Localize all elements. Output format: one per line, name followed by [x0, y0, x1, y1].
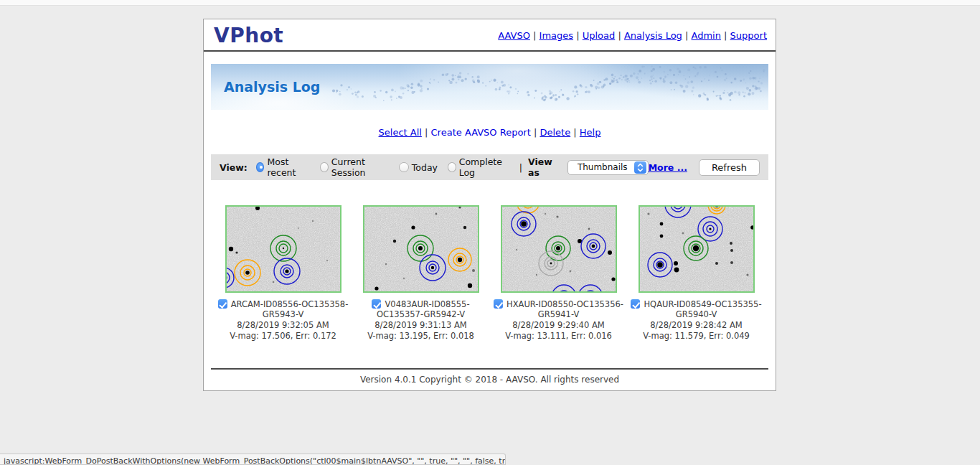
nav-link-analysis-log[interactable]: Analysis Log — [624, 30, 682, 41]
thumbnail-row: ARCAM-ID08556-OC135358-GR5943-V8/28/2019… — [204, 205, 776, 341]
thumbnail-checkbox[interactable] — [218, 299, 227, 309]
nav-separator: | — [573, 30, 583, 41]
thumbnail-image-2[interactable] — [363, 205, 479, 293]
footer-text: Version 4.0.1 Copyright © 2018 - AAVSO. … — [204, 375, 776, 385]
thumbnail-timestamp: 8/28/2019 9:28:42 AM — [628, 320, 765, 330]
thumbnail-name-line: ARCAM-ID08556-OC135358-GR5943-V — [215, 299, 352, 319]
browser-status-bubble: javascript:WebForm_DoPostBackWithOptions… — [0, 454, 506, 465]
thumbnail-name[interactable]: ARCAM-ID08556-OC135358-GR5943-V — [231, 299, 349, 319]
thumbnail-cell-4: HQAUR-ID08549-OC135355-GR5940-V8/28/2019… — [628, 205, 765, 341]
thumbnail-timestamp: 8/28/2019 9:32:05 AM — [215, 320, 352, 330]
thumbnail-caption: V0483AUR-ID08555-OC135357-GR5942-V8/28/2… — [352, 299, 490, 341]
view-option-today[interactable]: Today — [399, 162, 438, 173]
nav-link-admin[interactable]: Admin — [692, 30, 721, 41]
header-divider — [204, 50, 776, 52]
thumbnail-name-line: HQAUR-ID08549-OC135355-GR5940-V — [628, 299, 765, 319]
thumbnail-photometry: V-mag: 13.111, Err: 0.016 — [490, 331, 628, 341]
nav-separator: | — [615, 30, 624, 41]
view-option-complete-log[interactable]: Complete Log — [448, 156, 509, 178]
radio-button-icon[interactable] — [448, 162, 456, 172]
footer-divider — [211, 368, 768, 370]
action-separator: | — [531, 127, 540, 138]
thumbnail-checkbox[interactable] — [494, 299, 503, 309]
nav-link-support[interactable]: Support — [730, 30, 767, 41]
banner-stardust-decoration — [211, 64, 768, 110]
nav-separator: | — [682, 30, 692, 41]
thumbnail-photometry: V-mag: 13.195, Err: 0.018 — [352, 331, 490, 341]
nav-separator: | — [721, 30, 730, 41]
action-separator: | — [422, 127, 431, 138]
thumbnail-cell-2: V0483AUR-ID08555-OC135357-GR5942-V8/28/2… — [352, 205, 490, 341]
view-as-select[interactable]: Thumbnails — [567, 160, 649, 175]
view-as-value: Thumbnails — [568, 162, 634, 172]
thumbnail-cell-3: HXAUR-ID08550-OC135356-GR5941-V8/28/2019… — [490, 205, 628, 341]
thumbnail-caption: HQAUR-ID08549-OC135355-GR5940-V8/28/2019… — [628, 299, 765, 341]
view-option-current-session[interactable]: Current Session — [320, 156, 389, 178]
thumbnail-name-line: V0483AUR-ID08555-OC135357-GR5942-V — [352, 299, 490, 319]
nav-separator: | — [530, 30, 540, 41]
select-stepper-icon — [634, 161, 646, 174]
thumbnail-checkbox[interactable] — [372, 299, 381, 309]
app-logo: VPhot — [214, 24, 283, 47]
more-link[interactable]: More ... — [649, 162, 687, 173]
radio-button-icon[interactable] — [256, 162, 265, 172]
action-link-create-aavso-report[interactable]: Create AAVSO Report — [431, 127, 531, 138]
toolbar-separator: | — [519, 162, 522, 173]
thumbnail-name[interactable]: V0483AUR-ID08555-OC135357-GR5942-V — [377, 299, 470, 319]
thumbnail-name[interactable]: HXAUR-ID08550-OC135356-GR5941-V — [507, 299, 623, 319]
action-link-select-all[interactable]: Select All — [379, 127, 422, 138]
header: VPhot AAVSO | Images | Upload | Analysis… — [204, 19, 776, 50]
thumbnail-caption: HXAUR-ID08550-OC135356-GR5941-V8/28/2019… — [490, 299, 628, 341]
thumbnail-cell-1: ARCAM-ID08556-OC135358-GR5943-V8/28/2019… — [215, 205, 352, 341]
toolbar-right-group: More ... Refresh — [649, 159, 760, 176]
thumbnail-name[interactable]: HQAUR-ID08549-OC135355-GR5940-V — [644, 299, 761, 319]
action-link-delete[interactable]: Delete — [540, 127, 570, 138]
radio-button-icon[interactable] — [399, 162, 409, 172]
thumbnail-photometry: V-mag: 11.579, Err: 0.049 — [628, 331, 765, 341]
thumbnail-image-4[interactable] — [639, 205, 755, 293]
action-separator: | — [570, 127, 580, 138]
page-banner: Analysis Log — [211, 64, 768, 110]
view-option-label: Most recent — [267, 156, 310, 178]
view-as-label: View as — [528, 156, 562, 178]
vphot-page: VPhot AAVSO | Images | Upload | Analysis… — [203, 19, 776, 391]
thumbnail-caption: ARCAM-ID08556-OC135358-GR5943-V8/28/2019… — [215, 299, 352, 341]
thumbnail-timestamp: 8/28/2019 9:31:13 AM — [352, 320, 490, 330]
view-label: View: — [220, 162, 248, 173]
view-option-label: Current Session — [331, 156, 389, 178]
view-option-label: Today — [412, 162, 438, 173]
view-option-most-recent[interactable]: Most recent — [256, 156, 310, 178]
view-options-group: View: Most recentCurrent SessionTodayCom… — [220, 156, 649, 178]
header-nav: AAVSO | Images | Upload | Analysis Log |… — [498, 30, 767, 41]
window-chrome-strip — [0, 0, 980, 6]
refresh-button[interactable]: Refresh — [699, 159, 760, 176]
thumbnail-timestamp: 8/28/2019 9:29:40 AM — [490, 320, 628, 330]
nav-link-upload[interactable]: Upload — [583, 30, 616, 41]
radio-button-icon[interactable] — [320, 162, 329, 172]
nav-link-aavso[interactable]: AAVSO — [498, 30, 530, 41]
thumbnail-image-1[interactable] — [225, 205, 341, 293]
view-radio-group: Most recentCurrent SessionTodayComplete … — [256, 156, 519, 178]
view-option-label: Complete Log — [459, 156, 509, 178]
thumbnail-photometry: V-mag: 17.506, Err: 0.172 — [215, 331, 352, 341]
view-toolbar: View: Most recentCurrent SessionTodayCom… — [211, 154, 768, 180]
action-link-help[interactable]: Help — [580, 127, 601, 138]
thumbnail-name-line: HXAUR-ID08550-OC135356-GR5941-V — [490, 299, 628, 319]
nav-link-images[interactable]: Images — [540, 30, 574, 41]
thumbnail-checkbox[interactable] — [631, 299, 640, 309]
thumbnail-image-3[interactable] — [501, 205, 617, 293]
action-links: Select All | Create AAVSO Report | Delet… — [204, 127, 776, 138]
